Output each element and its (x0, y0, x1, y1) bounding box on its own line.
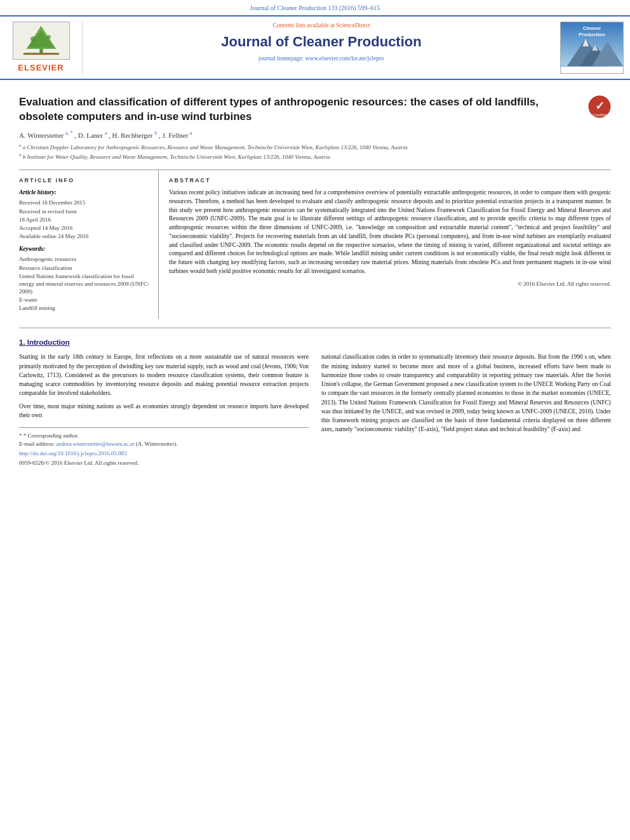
intro-right-column: national classification codes in order t… (321, 352, 611, 467)
keyword-4: E-waste (19, 296, 151, 303)
email-link[interactable]: andrea.winterstetter@tuwien.ac.at (56, 441, 134, 447)
journal-main-title: Journal of Cleaner Production (92, 32, 551, 52)
intro-heading: 1. Introduction (19, 337, 611, 347)
elsevier-logo-block: ELSEVIER (6, 22, 83, 74)
intro-body-columns: Starting in the early 18th century in Eu… (19, 352, 611, 467)
revised-date: 18 April 2016 (19, 216, 151, 223)
cleaner-production-image: Cleaner Production (561, 22, 623, 67)
mountain-scene-svg: Cleaner Production (561, 22, 623, 67)
issn-line: 0959-6526/© 2016 Elsevier Ltd. All right… (19, 459, 309, 467)
email-footnote: E-mail address: andrea.winterstetter@tuw… (19, 440, 309, 448)
svg-text:Cleaner: Cleaner (583, 25, 601, 31)
keywords-title: Keywords: (19, 245, 151, 253)
keyword-1: Anthropogenic resources (19, 255, 151, 263)
svg-point-4 (30, 36, 35, 41)
copyright-line: © 2016 Elsevier Ltd. All rights reserved… (169, 280, 611, 288)
journal-homepage-line: journal homepage: www.elsevier.com/locat… (92, 55, 551, 63)
keyword-3: United Nations framework classification … (19, 272, 151, 295)
paper-content: ✓ CrossMark Evaluation and classificatio… (0, 80, 630, 479)
intro-paragraph-2: Over time, most major mining nations as … (19, 402, 309, 420)
article-info-abstract-section: ARTICLE INFO Article history: Received 1… (19, 170, 611, 319)
intro-left-column: Starting in the early 18th century in Eu… (19, 352, 309, 467)
svg-text:Production: Production (579, 32, 605, 37)
article-info-label: ARTICLE INFO (19, 177, 151, 185)
svg-point-5 (46, 35, 50, 39)
article-history-title: Article history: (19, 189, 151, 197)
journal-reference: Journal of Cleaner Production 133 (2016)… (250, 4, 380, 11)
journal-header: ELSEVIER Contents lists available at Sci… (0, 17, 630, 80)
journal-title-block: Contents lists available at ScienceDirec… (83, 22, 560, 74)
section-divider (19, 328, 611, 328)
intro-right-paragraph-1: national classification codes in order t… (321, 352, 611, 434)
author-winterstetter: A. Winterstetter (19, 131, 64, 139)
keyword-2: Resource classification (19, 264, 151, 272)
crossmark-icon: ✓ CrossMark (588, 95, 611, 118)
received-date: Received 16 December 2015 (19, 199, 151, 206)
title-section: ✓ CrossMark Evaluation and classificatio… (19, 95, 611, 124)
elsevier-tree-svg (13, 22, 69, 59)
svg-text:✓: ✓ (595, 100, 605, 112)
abstract-text: Various recent policy initiatives indica… (169, 189, 611, 276)
article-info-column: ARTICLE INFO Article history: Received 1… (19, 170, 159, 319)
abstract-column: ABSTRACT Various recent policy initiativ… (159, 170, 611, 319)
svg-rect-3 (23, 53, 59, 55)
accepted-date: Accepted 14 May 2016 (19, 224, 151, 232)
elsevier-brand: ELSEVIER (18, 62, 64, 74)
received-revised-label: Received in revised form (19, 208, 151, 215)
homepage-link[interactable]: www.elsevier.com/locate/jclepro (305, 55, 384, 62)
affiliation-b: b b Institute for Water Quality, Resourc… (19, 152, 611, 161)
affiliation-a: a a Christian Doppler Laboratory for Ant… (19, 143, 611, 152)
doi-line[interactable]: http://dx.doi.org/10.1016/j.jclepro.2016… (19, 450, 309, 458)
introduction-section: 1. Introduction Starting in the early 18… (19, 337, 611, 467)
abstract-label: ABSTRACT (169, 177, 611, 185)
corresponding-author-footnote: * * Corresponding author. (19, 432, 309, 440)
footnote-section: * * Corresponding author. E-mail address… (19, 427, 309, 448)
sciencedirect-link[interactable]: ScienceDirect (336, 22, 370, 29)
journal-ref-bar: Journal of Cleaner Production 133 (2016)… (0, 0, 630, 17)
elsevier-art (13, 22, 70, 60)
sciencedirect-line: Contents lists available at ScienceDirec… (92, 22, 551, 30)
available-online-date: Available online 24 May 2016 (19, 232, 151, 240)
authors-line: A. Winterstetter a, * , D. Laner a , H. … (19, 130, 611, 140)
cleaner-production-box: Cleaner Production (560, 22, 624, 74)
keyword-5: Landfill mining (19, 304, 151, 312)
paper-title: Evaluation and classification of differe… (19, 95, 611, 124)
svg-text:CrossMark: CrossMark (592, 113, 608, 117)
intro-paragraph-1: Starting in the early 18th century in Eu… (19, 352, 309, 397)
